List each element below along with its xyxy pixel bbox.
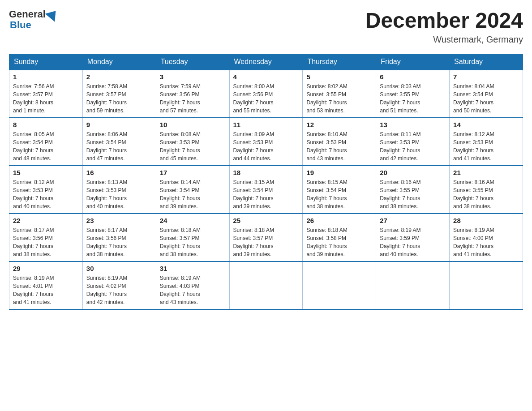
calendar-cell bbox=[229, 261, 303, 309]
calendar-cell: 11Sunrise: 8:09 AM Sunset: 3:53 PM Dayli… bbox=[229, 118, 303, 166]
calendar-cell bbox=[376, 261, 450, 309]
calendar-cell: 5Sunrise: 8:02 AM Sunset: 3:55 PM Daylig… bbox=[303, 70, 376, 118]
day-info: Sunrise: 8:10 AM Sunset: 3:53 PM Dayligh… bbox=[306, 130, 372, 163]
day-info: Sunrise: 8:05 AM Sunset: 3:54 PM Dayligh… bbox=[13, 130, 79, 163]
day-number: 16 bbox=[86, 169, 152, 176]
day-info: Sunrise: 8:11 AM Sunset: 3:53 PM Dayligh… bbox=[380, 130, 446, 163]
day-number: 19 bbox=[306, 169, 372, 176]
calendar-cell: 7Sunrise: 8:04 AM Sunset: 3:54 PM Daylig… bbox=[450, 70, 523, 118]
day-number: 18 bbox=[233, 169, 299, 176]
day-number: 9 bbox=[86, 121, 152, 128]
day-number: 4 bbox=[233, 73, 299, 81]
calendar-cell bbox=[303, 261, 376, 309]
day-info: Sunrise: 8:16 AM Sunset: 3:55 PM Dayligh… bbox=[380, 178, 446, 210]
day-info: Sunrise: 8:09 AM Sunset: 3:53 PM Dayligh… bbox=[233, 130, 299, 163]
calendar-cell: 25Sunrise: 8:18 AM Sunset: 3:57 PM Dayli… bbox=[229, 214, 303, 261]
month-year-title: December 2024 bbox=[365, 9, 523, 33]
column-header-wednesday: Wednesday bbox=[229, 54, 303, 70]
day-info: Sunrise: 8:18 AM Sunset: 3:57 PM Dayligh… bbox=[233, 226, 299, 258]
calendar-week-row: 1Sunrise: 7:56 AM Sunset: 3:57 PM Daylig… bbox=[9, 70, 523, 118]
day-number: 3 bbox=[160, 73, 226, 81]
day-info: Sunrise: 8:19 AM Sunset: 3:59 PM Dayligh… bbox=[380, 226, 446, 258]
calendar-cell: 18Sunrise: 8:15 AM Sunset: 3:54 PM Dayli… bbox=[229, 166, 303, 214]
day-number: 13 bbox=[380, 121, 446, 128]
day-info: Sunrise: 7:58 AM Sunset: 3:57 PM Dayligh… bbox=[86, 82, 152, 115]
day-number: 6 bbox=[380, 73, 446, 81]
calendar-cell: 31Sunrise: 8:19 AM Sunset: 4:03 PM Dayli… bbox=[156, 261, 229, 309]
day-number: 29 bbox=[13, 265, 79, 272]
calendar-cell: 2Sunrise: 7:58 AM Sunset: 3:57 PM Daylig… bbox=[82, 70, 156, 118]
calendar-cell: 8Sunrise: 8:05 AM Sunset: 3:54 PM Daylig… bbox=[9, 118, 83, 166]
day-info: Sunrise: 8:04 AM Sunset: 3:54 PM Dayligh… bbox=[453, 82, 519, 115]
calendar-cell: 19Sunrise: 8:15 AM Sunset: 3:54 PM Dayli… bbox=[303, 166, 376, 214]
calendar-cell: 13Sunrise: 8:11 AM Sunset: 3:53 PM Dayli… bbox=[376, 118, 450, 166]
day-number: 30 bbox=[86, 265, 152, 272]
day-number: 21 bbox=[453, 169, 519, 176]
day-info: Sunrise: 8:00 AM Sunset: 3:56 PM Dayligh… bbox=[233, 82, 299, 115]
title-area: December 2024 Wustermark, Germany bbox=[365, 9, 523, 45]
day-number: 26 bbox=[306, 217, 372, 224]
day-info: Sunrise: 8:17 AM Sunset: 3:56 PM Dayligh… bbox=[86, 226, 152, 258]
page-header: General Blue December 2024 Wustermark, G… bbox=[9, 9, 523, 45]
day-info: Sunrise: 8:19 AM Sunset: 4:03 PM Dayligh… bbox=[160, 274, 226, 306]
column-header-sunday: Sunday bbox=[9, 54, 83, 70]
day-number: 20 bbox=[380, 169, 446, 176]
day-number: 1 bbox=[13, 73, 79, 81]
logo-general-text: General bbox=[9, 9, 46, 20]
day-info: Sunrise: 8:14 AM Sunset: 3:54 PM Dayligh… bbox=[160, 178, 226, 210]
day-number: 2 bbox=[86, 73, 152, 81]
day-number: 28 bbox=[453, 217, 519, 224]
calendar-cell: 21Sunrise: 8:16 AM Sunset: 3:55 PM Dayli… bbox=[450, 166, 523, 214]
calendar-cell: 4Sunrise: 8:00 AM Sunset: 3:56 PM Daylig… bbox=[229, 70, 303, 118]
calendar-cell: 9Sunrise: 8:06 AM Sunset: 3:54 PM Daylig… bbox=[82, 118, 156, 166]
logo: General Blue bbox=[9, 9, 59, 30]
calendar-cell: 28Sunrise: 8:19 AM Sunset: 4:00 PM Dayli… bbox=[450, 214, 523, 261]
calendar-cell: 14Sunrise: 8:12 AM Sunset: 3:53 PM Dayli… bbox=[450, 118, 523, 166]
day-number: 24 bbox=[160, 217, 226, 224]
calendar-cell: 29Sunrise: 8:19 AM Sunset: 4:01 PM Dayli… bbox=[9, 261, 83, 309]
day-info: Sunrise: 8:19 AM Sunset: 4:02 PM Dayligh… bbox=[86, 274, 152, 306]
day-number: 11 bbox=[233, 121, 299, 128]
day-number: 14 bbox=[453, 121, 519, 128]
calendar-cell: 15Sunrise: 8:12 AM Sunset: 3:53 PM Dayli… bbox=[9, 166, 83, 214]
calendar-cell: 16Sunrise: 8:13 AM Sunset: 3:53 PM Dayli… bbox=[82, 166, 156, 214]
calendar-cell: 30Sunrise: 8:19 AM Sunset: 4:02 PM Dayli… bbox=[82, 261, 156, 309]
calendar-cell: 6Sunrise: 8:03 AM Sunset: 3:55 PM Daylig… bbox=[376, 70, 450, 118]
day-info: Sunrise: 8:13 AM Sunset: 3:53 PM Dayligh… bbox=[86, 178, 152, 210]
calendar-week-row: 15Sunrise: 8:12 AM Sunset: 3:53 PM Dayli… bbox=[9, 166, 523, 214]
calendar-cell: 27Sunrise: 8:19 AM Sunset: 3:59 PM Dayli… bbox=[376, 214, 450, 261]
day-number: 25 bbox=[233, 217, 299, 224]
day-number: 10 bbox=[160, 121, 226, 128]
calendar-cell: 23Sunrise: 8:17 AM Sunset: 3:56 PM Dayli… bbox=[82, 214, 156, 261]
day-number: 17 bbox=[160, 169, 226, 176]
day-number: 27 bbox=[380, 217, 446, 224]
calendar-table: SundayMondayTuesdayWednesdayThursdayFrid… bbox=[9, 54, 523, 310]
day-info: Sunrise: 7:59 AM Sunset: 3:56 PM Dayligh… bbox=[160, 82, 226, 115]
calendar-cell: 20Sunrise: 8:16 AM Sunset: 3:55 PM Dayli… bbox=[376, 166, 450, 214]
day-info: Sunrise: 8:02 AM Sunset: 3:55 PM Dayligh… bbox=[306, 82, 372, 115]
calendar-cell bbox=[450, 261, 523, 309]
day-info: Sunrise: 8:08 AM Sunset: 3:53 PM Dayligh… bbox=[160, 130, 226, 163]
calendar-cell: 3Sunrise: 7:59 AM Sunset: 3:56 PM Daylig… bbox=[156, 70, 229, 118]
day-number: 8 bbox=[13, 121, 79, 128]
calendar-cell: 24Sunrise: 8:18 AM Sunset: 3:57 PM Dayli… bbox=[156, 214, 229, 261]
day-info: Sunrise: 8:16 AM Sunset: 3:55 PM Dayligh… bbox=[453, 178, 519, 210]
day-number: 15 bbox=[13, 169, 79, 176]
calendar-cell: 22Sunrise: 8:17 AM Sunset: 3:56 PM Dayli… bbox=[9, 214, 83, 261]
column-header-tuesday: Tuesday bbox=[156, 54, 229, 70]
day-number: 31 bbox=[160, 265, 226, 272]
calendar-cell: 26Sunrise: 8:18 AM Sunset: 3:58 PM Dayli… bbox=[303, 214, 376, 261]
day-number: 5 bbox=[306, 73, 372, 81]
column-header-thursday: Thursday bbox=[303, 54, 376, 70]
day-info: Sunrise: 8:19 AM Sunset: 4:00 PM Dayligh… bbox=[453, 226, 519, 258]
logo-blue-text: Blue bbox=[10, 20, 31, 30]
calendar-week-row: 29Sunrise: 8:19 AM Sunset: 4:01 PM Dayli… bbox=[9, 261, 523, 309]
calendar-header-row: SundayMondayTuesdayWednesdayThursdayFrid… bbox=[9, 54, 523, 70]
column-header-monday: Monday bbox=[82, 54, 156, 70]
calendar-cell: 12Sunrise: 8:10 AM Sunset: 3:53 PM Dayli… bbox=[303, 118, 376, 166]
location-title: Wustermark, Germany bbox=[365, 34, 523, 45]
column-header-friday: Friday bbox=[376, 54, 450, 70]
calendar-cell: 10Sunrise: 8:08 AM Sunset: 3:53 PM Dayli… bbox=[156, 118, 229, 166]
column-header-saturday: Saturday bbox=[450, 54, 523, 70]
day-info: Sunrise: 8:19 AM Sunset: 4:01 PM Dayligh… bbox=[13, 274, 79, 306]
